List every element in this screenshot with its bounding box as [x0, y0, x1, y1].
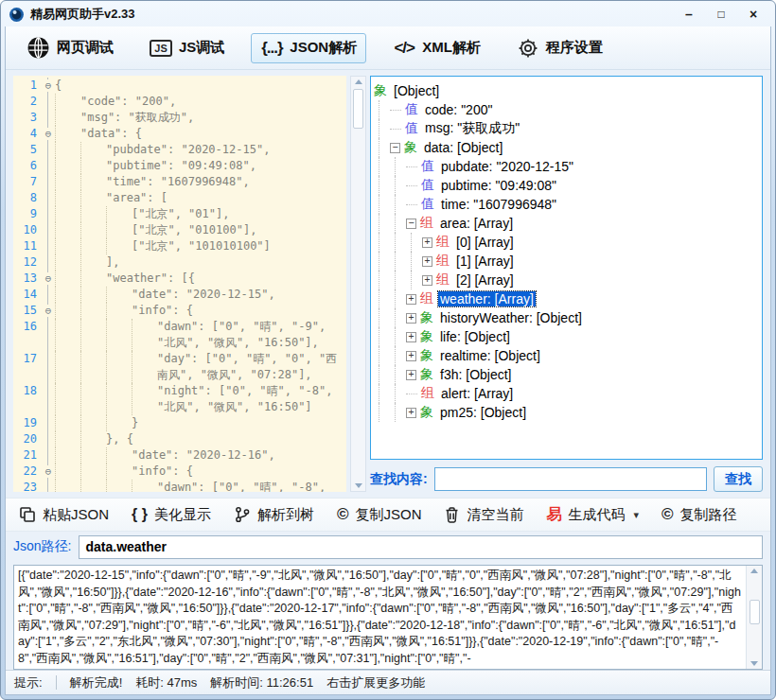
node-label[interactable]: life: [Object] [438, 329, 512, 344]
json-tree[interactable]: 象[Object]值code: "200"值msg: "获取成功"−象data:… [370, 76, 763, 460]
editor-scrollbar[interactable] [350, 76, 366, 492]
fold-gutter[interactable] [42, 94, 55, 110]
tree-item[interactable]: +象f3h: [Object] [374, 365, 759, 384]
tree-item[interactable]: +组weather: [Array] [374, 289, 759, 308]
tree-item[interactable]: +组[1] [Array] [374, 252, 759, 271]
result-scrollbar[interactable] [746, 566, 762, 669]
fold-icon[interactable]: ⊖ [45, 79, 52, 92]
result-text[interactable]: [{"date":"2020-12-15","info":{"dawn":["0… [14, 566, 746, 669]
action-generate-code[interactable]: 易 生成代码 ▾ [546, 505, 639, 525]
collapse-icon[interactable]: − [390, 143, 400, 153]
scroll-down-icon[interactable] [355, 483, 362, 488]
fold-gutter[interactable] [42, 190, 55, 206]
fold-gutter[interactable]: ⊖ [42, 303, 55, 319]
tab-js-debug[interactable]: JS JS调试 [140, 33, 234, 62]
tree-item[interactable]: 值msg: "获取成功" [374, 119, 759, 138]
fold-gutter[interactable] [42, 174, 55, 190]
tree-item[interactable]: +组[2] [Array] [374, 271, 759, 289]
fold-gutter[interactable]: ⊖ [42, 126, 55, 142]
fold-gutter[interactable] [42, 431, 55, 447]
node-label[interactable]: data: [Object] [422, 140, 504, 155]
tree-item[interactable]: 象[Object] [374, 81, 759, 100]
fold-gutter[interactable] [42, 238, 55, 254]
node-label[interactable]: pubdate: "2020-12-15" [439, 159, 575, 174]
search-button[interactable]: 查找 [714, 466, 763, 492]
node-label[interactable]: realtime: [Object] [438, 348, 542, 363]
tree-item[interactable]: 值pubdate: "2020-12-15" [374, 157, 759, 176]
tab-web-debug[interactable]: 网页调试 [17, 30, 123, 65]
tree-item[interactable]: −象data: [Object] [374, 138, 759, 157]
maximize-button[interactable]: □ [707, 6, 735, 23]
node-label[interactable]: msg: "获取成功" [423, 120, 521, 137]
node-label[interactable]: historyWeather: [Object] [438, 310, 584, 325]
fold-icon[interactable]: ⊖ [45, 272, 52, 285]
scroll-up-icon[interactable] [355, 79, 362, 84]
fold-gutter[interactable] [42, 142, 55, 158]
tab-xml-parse[interactable]: </> XML解析 [383, 33, 490, 63]
tree-item[interactable]: +象pm25: [Object] [374, 403, 759, 422]
expand-icon[interactable]: + [406, 332, 416, 342]
expand-icon[interactable]: + [406, 408, 416, 418]
node-label-selected[interactable]: weather: [Array] [438, 291, 536, 306]
fold-gutter[interactable] [42, 287, 55, 303]
tree-item[interactable]: +象life: [Object] [374, 327, 759, 346]
fold-icon[interactable]: ⊖ [45, 465, 52, 478]
scroll-down-icon[interactable] [750, 661, 758, 666]
action-parse-to-tree[interactable]: 解析到树 [234, 506, 314, 524]
action-copy-path[interactable]: © 复制路径 [661, 505, 737, 524]
fold-icon[interactable]: ⊖ [45, 305, 52, 317]
fold-gutter[interactable] [42, 447, 55, 464]
fold-gutter[interactable] [42, 319, 55, 351]
action-clear-current[interactable]: 清空当前 [444, 506, 523, 524]
tree-item[interactable]: +象realtime: [Object] [374, 346, 759, 365]
node-label[interactable]: alert: [Array] [439, 386, 515, 401]
minimize-button[interactable]: – [675, 6, 703, 23]
expand-icon[interactable]: + [406, 370, 416, 380]
json-path-input[interactable] [79, 535, 763, 559]
dropdown-arrow-icon[interactable]: ▾ [633, 509, 639, 521]
tree-item[interactable]: 组alert: [Array] [374, 384, 759, 403]
node-label[interactable]: area: [Array] [438, 216, 515, 231]
action-copy-json[interactable]: © 复制JSON [337, 505, 422, 524]
node-label[interactable]: [0] [Array] [454, 235, 516, 250]
code-editor[interactable]: 1 ⊖ { 2 "code": "200", 3 "msg": "获取成功", … [13, 76, 346, 492]
action-paste-json[interactable]: 粘贴JSON [19, 506, 109, 524]
scrollbar-thumb[interactable] [750, 600, 760, 624]
tree-item[interactable]: +象historyWeather: [Object] [374, 308, 759, 327]
close-button[interactable]: × [739, 6, 767, 23]
expand-icon[interactable]: + [406, 351, 416, 361]
tree-item[interactable]: 值pubtime: "09:49:08" [374, 176, 759, 195]
tab-settings[interactable]: 程序设置 [507, 31, 612, 65]
action-beautify[interactable]: { } 美化显示 [132, 506, 211, 524]
expand-icon[interactable]: + [422, 256, 432, 267]
tree-item[interactable]: −组area: [Array] [374, 214, 759, 233]
fold-gutter[interactable] [42, 158, 55, 174]
node-label[interactable]: f3h: [Object] [438, 367, 513, 382]
search-input[interactable] [434, 467, 707, 491]
node-label[interactable]: time: "1607996948" [439, 197, 558, 212]
node-label[interactable]: pm25: [Object] [438, 405, 528, 420]
fold-gutter[interactable] [42, 415, 55, 431]
tree-item[interactable]: 值time: "1607996948" [374, 195, 759, 214]
node-label[interactable]: [1] [Array] [454, 254, 516, 269]
node-label[interactable]: pubtime: "09:49:08" [439, 178, 558, 193]
fold-gutter[interactable]: ⊖ [42, 271, 55, 287]
expand-icon[interactable]: + [422, 275, 432, 286]
fold-gutter[interactable] [42, 254, 55, 271]
fold-gutter[interactable] [42, 110, 55, 126]
fold-gutter[interactable]: ⊖ [42, 464, 55, 480]
collapse-icon[interactable]: − [406, 219, 416, 229]
scrollbar-thumb[interactable] [353, 89, 363, 129]
fold-gutter[interactable] [42, 351, 55, 383]
titlebar[interactable]: 精易网页助手v2.33 – □ × [5, 1, 771, 26]
node-label[interactable]: [2] [Array] [454, 272, 516, 288]
scroll-up-icon[interactable] [750, 569, 758, 573]
expand-icon[interactable]: + [406, 313, 416, 324]
node-label[interactable]: [Object] [392, 83, 441, 98]
node-label[interactable]: code: "200" [423, 102, 494, 117]
fold-icon[interactable]: ⊖ [45, 128, 52, 140]
fold-gutter[interactable] [42, 222, 55, 238]
tree-item[interactable]: +组[0] [Array] [374, 233, 759, 252]
expand-icon[interactable]: + [422, 237, 432, 248]
expand-icon[interactable]: + [406, 294, 416, 305]
